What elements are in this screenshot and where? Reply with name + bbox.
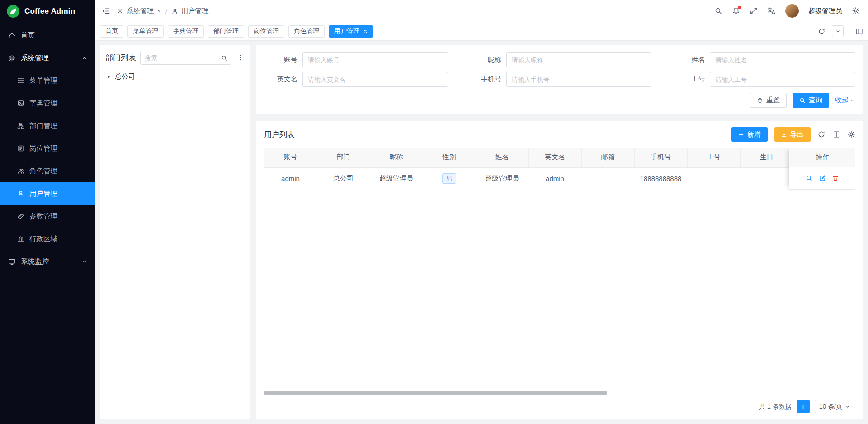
sidebar-item-administrative-region[interactable]: 行政区域 <box>0 228 95 250</box>
dictionary-icon <box>17 100 24 107</box>
tab-role-management[interactable]: 角色管理 <box>288 25 325 38</box>
tab-actions-dropdown[interactable] <box>832 25 844 37</box>
tab-menu-management[interactable]: 菜单管理 <box>127 25 164 38</box>
sidebar-item-label: 参数管理 <box>29 212 57 221</box>
operations-cell <box>789 167 855 190</box>
tab-label: 用户管理 <box>334 27 359 35</box>
sidebar-item-post-management[interactable]: 岗位管理 <box>0 137 95 160</box>
sidebar-item-department-management[interactable]: 部门管理 <box>0 114 95 137</box>
refresh-icon[interactable] <box>817 130 826 138</box>
sidebar-item-label: 部门管理 <box>29 121 57 131</box>
app-title: Coffee Admin <box>24 7 75 16</box>
app-logo[interactable]: Coffee Admin <box>0 0 95 22</box>
refresh-icon[interactable] <box>818 28 826 35</box>
collapse-link[interactable]: 收起 <box>835 96 855 105</box>
app-root: Coffee Admin 首页 系统管理 <box>0 0 868 424</box>
sidebar-item-label: 用户管理 <box>29 189 57 199</box>
row-density-icon[interactable] <box>832 130 840 138</box>
chevron-up-icon <box>82 55 87 61</box>
delete-icon[interactable] <box>832 175 839 182</box>
sidebar-item-role-management[interactable]: 角色管理 <box>0 160 95 182</box>
english-name-input[interactable] <box>302 72 448 87</box>
avatar[interactable] <box>785 4 799 18</box>
cell-email <box>581 167 634 190</box>
english-name-label: 英文名 <box>264 75 297 84</box>
column-header-phone: 手机号 <box>634 148 687 167</box>
department-tree-node-label: 总公司 <box>115 72 135 81</box>
department-panel-header: 部门列表 <box>105 51 245 65</box>
edit-icon[interactable] <box>819 175 826 182</box>
column-settings-gear-icon[interactable] <box>847 130 855 138</box>
tab-home[interactable]: 首页 <box>100 25 123 38</box>
tab-dictionary-management[interactable]: 字典管理 <box>168 25 204 38</box>
query-button[interactable]: 查询 <box>793 93 829 108</box>
cell-account: admin <box>264 167 317 190</box>
user-list-header: 用户列表 新增 <box>264 127 855 142</box>
page-number-button[interactable]: 1 <box>797 400 810 413</box>
monitor-icon <box>8 258 16 266</box>
name-input[interactable] <box>710 52 855 67</box>
column-header-account: 账号 <box>264 148 317 167</box>
username[interactable]: 超级管理员 <box>808 7 842 15</box>
list-icon <box>17 77 24 84</box>
department-search-input[interactable] <box>141 54 217 62</box>
content-area: 部门列表 <box>95 40 868 424</box>
user-icon <box>171 8 178 14</box>
system-management-submenu: 菜单管理 字典管理 部门管理 <box>0 69 95 250</box>
add-button-label: 新增 <box>747 130 761 139</box>
page-size-select[interactable]: 10 条/页 <box>815 400 854 413</box>
clear-icon <box>757 97 763 104</box>
export-button[interactable]: 导出 <box>774 127 811 142</box>
scrollbar-thumb[interactable] <box>264 391 607 395</box>
notification-bell-icon[interactable] <box>732 7 740 15</box>
sidebar-item-user-management[interactable]: 用户管理 <box>0 182 95 205</box>
fullscreen-icon[interactable] <box>750 7 758 15</box>
bank-icon <box>17 235 24 243</box>
chevron-down-icon <box>845 405 850 409</box>
view-icon[interactable] <box>806 175 813 182</box>
tab-post-management[interactable]: 岗位管理 <box>248 25 284 38</box>
job-number-input[interactable] <box>710 72 855 87</box>
sidebar-item-system-management[interactable]: 系统管理 <box>0 47 95 69</box>
tab-close-icon[interactable] <box>363 29 368 33</box>
sidebar-item-system-monitor[interactable]: 系统监控 <box>0 250 95 273</box>
cell-name: 超级管理员 <box>476 167 528 190</box>
content-fullscreen-icon[interactable] <box>850 22 868 40</box>
nickname-input[interactable] <box>506 52 652 67</box>
translate-icon[interactable] <box>767 7 776 15</box>
breadcrumb: 系统管理 / 用户管理 <box>117 7 208 15</box>
reset-button-label: 重置 <box>766 96 780 105</box>
tabbar-tools <box>818 22 868 40</box>
caret-right-icon[interactable] <box>106 74 112 80</box>
breadcrumb-separator: / <box>165 7 167 15</box>
department-search-button[interactable] <box>217 51 231 64</box>
sidebar-item-menu-management[interactable]: 菜单管理 <box>0 69 95 92</box>
coffee-logo-icon <box>6 5 20 18</box>
tab-user-management[interactable]: 用户管理 <box>329 25 373 38</box>
chevron-down-icon <box>82 259 87 264</box>
topbar: 系统管理 / 用户管理 <box>95 0 868 22</box>
breadcrumb-item[interactable]: 系统管理 <box>127 7 154 15</box>
sidebar-collapse-icon[interactable] <box>102 7 110 15</box>
sidebar-item-dictionary-management[interactable]: 字典管理 <box>0 92 95 114</box>
sidebar-item-parameter-management[interactable]: 参数管理 <box>0 205 95 228</box>
add-button[interactable]: 新增 <box>731 127 768 142</box>
table-row[interactable]: admin 总公司 超级管理员 男 超级管理员 admin 1888888888… <box>264 167 793 190</box>
cell-birthday <box>740 167 793 190</box>
tab-department-management[interactable]: 部门管理 <box>208 25 244 38</box>
column-header-english-name: 英文名 <box>528 148 581 167</box>
sidebar-item-label: 角色管理 <box>29 167 57 176</box>
reset-button[interactable]: 重置 <box>750 93 787 108</box>
tabbar: 首页 菜单管理 字典管理 部门管理 岗位管理 角色管理 用户管理 <box>95 22 868 40</box>
settings-gear-icon[interactable] <box>852 7 860 15</box>
phone-input[interactable] <box>506 72 652 87</box>
department-tree-node-root[interactable]: 总公司 <box>105 71 245 82</box>
department-more-menu[interactable] <box>235 54 245 61</box>
search-icon[interactable] <box>714 7 722 15</box>
account-input[interactable] <box>302 52 448 67</box>
collapse-link-label: 收起 <box>835 96 849 105</box>
phone-label: 手机号 <box>468 75 501 84</box>
nickname-label: 昵称 <box>468 56 501 64</box>
job-number-label: 工号 <box>671 75 705 84</box>
sidebar-item-home[interactable]: 首页 <box>0 24 95 47</box>
